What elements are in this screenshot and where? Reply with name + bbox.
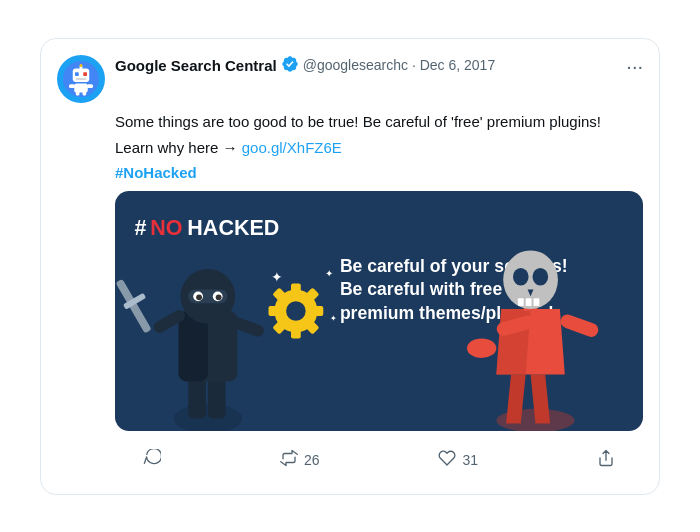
svg-rect-2 bbox=[75, 72, 79, 76]
svg-text:NO: NO bbox=[150, 215, 182, 239]
svg-rect-42 bbox=[312, 306, 324, 316]
svg-rect-58 bbox=[526, 298, 532, 306]
svg-text:✦: ✦ bbox=[330, 313, 337, 322]
tweet-link-row: Learn why here → goo.gl/XhFZ6E bbox=[115, 137, 643, 160]
svg-text:✦: ✦ bbox=[325, 267, 333, 278]
retweet-count: 26 bbox=[304, 452, 320, 468]
svg-text:#: # bbox=[135, 215, 147, 239]
svg-text:Be careful with free: Be careful with free bbox=[340, 279, 503, 299]
svg-text:HACKED: HACKED bbox=[187, 215, 279, 239]
reply-button[interactable] bbox=[135, 443, 169, 478]
handle-date: @googlesearchc · Dec 6, 2017 bbox=[303, 57, 495, 73]
svg-rect-59 bbox=[533, 298, 539, 306]
svg-point-62 bbox=[467, 338, 496, 358]
svg-rect-3 bbox=[83, 72, 87, 76]
svg-rect-4 bbox=[76, 78, 87, 80]
display-name: Google Search Central bbox=[115, 57, 277, 74]
svg-point-29 bbox=[216, 294, 222, 300]
svg-rect-41 bbox=[269, 306, 281, 316]
svg-text:✦: ✦ bbox=[271, 269, 283, 284]
svg-rect-8 bbox=[69, 84, 75, 88]
svg-point-6 bbox=[80, 64, 83, 67]
tweet-link[interactable]: goo.gl/XhFZ6E bbox=[242, 139, 342, 156]
more-options-button[interactable]: ··· bbox=[626, 55, 643, 78]
svg-rect-9 bbox=[87, 84, 93, 88]
verified-icon bbox=[281, 55, 299, 76]
hashtag-nohacked[interactable]: #NoHacked bbox=[115, 164, 643, 181]
svg-point-54 bbox=[513, 267, 529, 285]
reply-icon bbox=[143, 449, 161, 472]
svg-point-55 bbox=[533, 267, 549, 285]
like-count: 31 bbox=[462, 452, 478, 468]
tweet-header: Google Search Central @googlesearchc · D… bbox=[57, 55, 643, 103]
tweet-card: Google Search Central @googlesearchc · D… bbox=[40, 38, 660, 495]
name-row: Google Search Central @googlesearchc · D… bbox=[115, 55, 616, 76]
retweet-button[interactable]: 26 bbox=[272, 443, 328, 478]
tweet-image-card: # NO HACKED Be careful of your sources! … bbox=[115, 191, 643, 431]
tweet-body: Some things are too good to be true! Be … bbox=[115, 111, 643, 478]
heart-icon bbox=[438, 449, 456, 472]
user-info: Google Search Central @googlesearchc · D… bbox=[115, 55, 616, 76]
svg-rect-10 bbox=[76, 91, 80, 96]
share-button[interactable] bbox=[589, 443, 623, 478]
svg-rect-39 bbox=[291, 283, 301, 295]
svg-point-38 bbox=[286, 301, 306, 321]
like-button[interactable]: 31 bbox=[430, 443, 486, 478]
learn-why-label: Learn why here → bbox=[115, 139, 238, 156]
tweet-text: Some things are too good to be true! Be … bbox=[115, 111, 643, 134]
avatar bbox=[57, 55, 105, 103]
svg-rect-7 bbox=[74, 83, 88, 92]
svg-rect-11 bbox=[83, 91, 87, 96]
tweet-actions: 26 31 bbox=[115, 443, 643, 478]
svg-rect-40 bbox=[291, 326, 301, 338]
retweet-icon bbox=[280, 449, 298, 472]
svg-point-28 bbox=[196, 294, 202, 300]
share-icon bbox=[597, 449, 615, 472]
svg-rect-57 bbox=[518, 298, 524, 306]
